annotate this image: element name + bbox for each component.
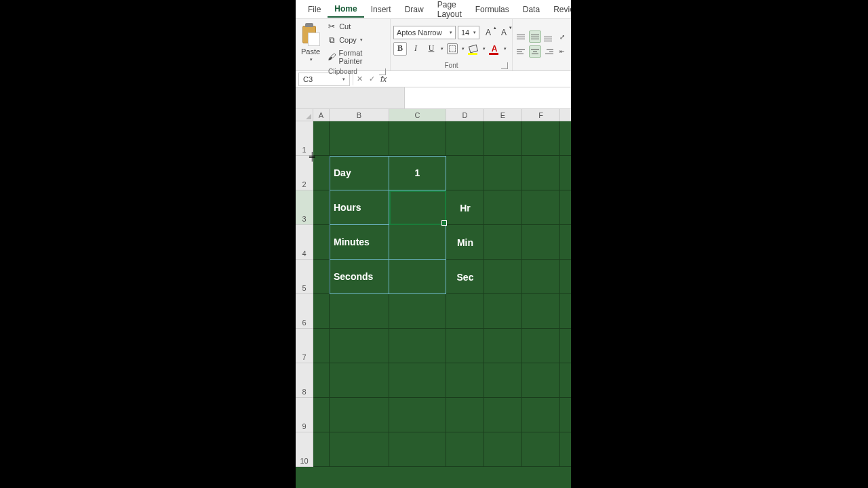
cut-label: Cut bbox=[339, 22, 351, 30]
select-all-corner[interactable] bbox=[296, 109, 313, 121]
column-headers: A B C D E F G bbox=[296, 109, 571, 121]
row-header-2[interactable]: 2 bbox=[296, 156, 313, 190]
formula-input[interactable] bbox=[389, 73, 571, 86]
font-name-select[interactable]: Aptos Narrow ▾ bbox=[393, 26, 456, 39]
menu-page-layout[interactable]: Page Layout bbox=[431, 0, 469, 22]
col-header-g[interactable]: G bbox=[560, 109, 571, 121]
align-center-button[interactable] bbox=[529, 45, 541, 58]
decrease-indent-button[interactable]: ⇤ bbox=[556, 45, 568, 58]
align-group-label bbox=[515, 68, 568, 70]
chevron-down-icon: ▾ bbox=[461, 46, 465, 52]
cut-button[interactable]: ✂ Cut bbox=[326, 20, 387, 33]
copy-label: Copy bbox=[339, 36, 357, 44]
decrease-font-button[interactable]: A▾ bbox=[497, 26, 511, 39]
align-right-button[interactable] bbox=[542, 45, 555, 58]
paste-icon bbox=[301, 24, 320, 46]
row-header-6[interactable]: 6 bbox=[296, 294, 313, 329]
ribbon-group-clipboard: Paste ▾ ✂ Cut ⧉ Copy ▾ 🖌 Format bbox=[296, 19, 391, 70]
chevron-down-icon: ▾ bbox=[309, 57, 313, 62]
row-header-8[interactable]: 8 bbox=[296, 363, 313, 398]
italic-button[interactable]: I bbox=[409, 42, 422, 56]
menu-data[interactable]: Data bbox=[516, 2, 547, 17]
paste-label: Paste bbox=[301, 47, 320, 56]
col-header-e[interactable]: E bbox=[484, 109, 522, 121]
formula-bar-expand bbox=[296, 87, 571, 109]
menu-bar: File Home Insert Draw Page Layout Formul… bbox=[296, 0, 571, 19]
increase-font-button[interactable]: A▴ bbox=[481, 26, 495, 39]
ribbon: Paste ▾ ✂ Cut ⧉ Copy ▾ 🖌 Format bbox=[296, 19, 571, 71]
col-header-d[interactable]: D bbox=[446, 109, 484, 121]
cell-c2[interactable]: 1 bbox=[389, 156, 446, 190]
chevron-down-icon: ▾ bbox=[449, 30, 452, 35]
chevron-down-icon: ▾ bbox=[473, 30, 476, 35]
spreadsheet-grid[interactable]: A B C D E F G 1 2 3 4 5 6 7 8 9 10 Day 1… bbox=[296, 109, 571, 488]
align-left-button[interactable] bbox=[515, 45, 528, 58]
font-size-select[interactable]: 14 ▾ bbox=[458, 26, 479, 39]
col-header-a[interactable]: A bbox=[313, 109, 330, 121]
font-group-label: Font bbox=[393, 60, 509, 70]
orientation-button[interactable]: ⤢ bbox=[556, 30, 568, 43]
cell-b3[interactable]: Hours bbox=[330, 190, 389, 225]
format-painter-button[interactable]: 🖌 Format Painter bbox=[326, 47, 387, 66]
menu-insert[interactable]: Insert bbox=[364, 2, 398, 17]
paintbrush-icon: 🖌 bbox=[327, 52, 336, 62]
copy-icon: ⧉ bbox=[327, 35, 336, 45]
row-header-7[interactable]: 7 bbox=[296, 329, 313, 363]
paste-button[interactable]: Paste ▾ bbox=[298, 23, 323, 64]
clipboard-dialog-launcher[interactable] bbox=[379, 68, 386, 75]
chevron-down-icon: ▾ bbox=[342, 77, 345, 82]
cell-d4[interactable]: Min bbox=[446, 225, 484, 260]
cell-c3[interactable] bbox=[389, 190, 446, 225]
borders-button[interactable] bbox=[447, 43, 458, 54]
row-header-4[interactable]: 4 bbox=[296, 225, 313, 260]
underline-button[interactable]: U bbox=[425, 42, 438, 56]
scissors-icon: ✂ bbox=[327, 22, 336, 31]
row-header-10[interactable]: 10 bbox=[296, 432, 313, 467]
align-bottom-button[interactable] bbox=[542, 30, 555, 43]
menu-review[interactable]: Review bbox=[547, 2, 571, 17]
chevron-down-icon: ▾ bbox=[359, 37, 363, 43]
align-top-button[interactable] bbox=[515, 30, 528, 43]
chevron-down-icon: ▾ bbox=[482, 46, 486, 52]
font-size-value: 14 bbox=[461, 28, 469, 37]
menu-home[interactable]: Home bbox=[328, 1, 363, 18]
cell-b5[interactable]: Seconds bbox=[330, 260, 389, 294]
bucket-icon bbox=[469, 44, 478, 53]
row-headers: 1 2 3 4 5 6 7 8 9 10 bbox=[296, 121, 313, 467]
row-header-9[interactable]: 9 bbox=[296, 398, 313, 432]
menu-draw[interactable]: Draw bbox=[398, 2, 431, 17]
ribbon-group-font: Aptos Narrow ▾ 14 ▾ A▴ A▾ B I U bbox=[391, 19, 513, 70]
cell-b2[interactable]: Day bbox=[330, 156, 389, 190]
chevron-down-icon: ▾ bbox=[440, 46, 443, 52]
cell-c5[interactable] bbox=[389, 260, 446, 294]
col-header-c[interactable]: C bbox=[389, 109, 446, 121]
clipboard-group-label: Clipboard bbox=[298, 66, 387, 77]
menu-formulas[interactable]: Formulas bbox=[469, 2, 516, 17]
align-middle-button[interactable] bbox=[529, 30, 541, 43]
cell-d5[interactable]: Sec bbox=[446, 260, 484, 294]
col-header-b[interactable]: B bbox=[330, 109, 389, 121]
copy-button[interactable]: ⧉ Copy ▾ bbox=[326, 34, 387, 46]
fill-color-button[interactable] bbox=[467, 42, 480, 56]
col-header-f[interactable]: F bbox=[522, 109, 560, 121]
cell-d3[interactable]: Hr bbox=[446, 190, 484, 225]
row-header-3[interactable]: 3 bbox=[296, 190, 313, 225]
cell-b4[interactable]: Minutes bbox=[330, 225, 389, 260]
font-name-value: Aptos Narrow bbox=[397, 28, 442, 37]
bold-button[interactable]: B bbox=[393, 42, 407, 56]
format-painter-label: Format Painter bbox=[339, 49, 386, 65]
cell-c4[interactable] bbox=[389, 225, 446, 260]
font-color-button[interactable]: A bbox=[488, 42, 501, 56]
chevron-down-icon: ▾ bbox=[503, 46, 507, 52]
row-header-5[interactable]: 5 bbox=[296, 260, 313, 294]
font-dialog-launcher[interactable] bbox=[501, 62, 508, 69]
ribbon-group-alignment: ⤢ ⇤ bbox=[513, 19, 571, 70]
menu-file[interactable]: File bbox=[301, 2, 328, 17]
row-header-1[interactable]: 1 bbox=[296, 121, 313, 156]
